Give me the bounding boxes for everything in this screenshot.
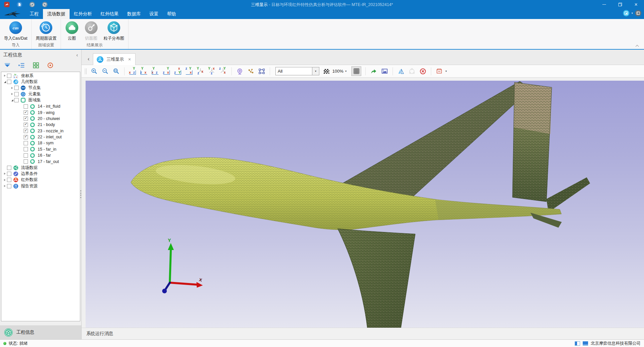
style-picker-caret-icon[interactable]: ▼ bbox=[631, 12, 633, 14]
tree-item-far_in[interactable]: 15 - far_in bbox=[1, 146, 80, 152]
tree-expand-arrow-icon[interactable] bbox=[10, 93, 14, 95]
tree-expand-arrow-icon[interactable] bbox=[3, 185, 7, 187]
menu-item-project[interactable]: 工程 bbox=[25, 9, 43, 19]
toolbar-drag-handle[interactable] bbox=[85, 68, 87, 74]
tree-expand-arrow-icon[interactable] bbox=[3, 75, 7, 77]
combo-dropdown-icon[interactable]: ▼ bbox=[312, 67, 319, 75]
tree-checkbox-sym[interactable] bbox=[24, 141, 28, 145]
style-picker-icon[interactable] bbox=[623, 10, 629, 16]
tree-checkbox-geometry-data[interactable] bbox=[7, 80, 11, 84]
ribbon-collapse-icon[interactable] bbox=[635, 44, 639, 48]
particles-icon[interactable] bbox=[247, 67, 255, 75]
menu-item-flow-data[interactable]: 流场数据 bbox=[43, 9, 70, 19]
zoom-window-icon[interactable] bbox=[112, 67, 120, 75]
view-right-icon[interactable]: Yzx bbox=[162, 67, 171, 75]
tree-checkbox-node-set[interactable] bbox=[14, 86, 19, 90]
minimize-button[interactable] bbox=[596, 0, 612, 9]
tree-expand-arrow-icon[interactable] bbox=[3, 173, 7, 175]
tree-expand-arrow-icon[interactable] bbox=[3, 179, 7, 181]
tree-checkbox-wing[interactable] bbox=[24, 110, 28, 115]
ribbon-button-cloud-map[interactable]: 云图 bbox=[63, 20, 81, 41]
tree-checkbox-body[interactable] bbox=[24, 123, 28, 127]
tab-close-icon[interactable]: × bbox=[128, 57, 131, 62]
menu-item-help[interactable]: 帮助 bbox=[163, 9, 180, 19]
select-box-icon[interactable] bbox=[258, 67, 266, 75]
grid-green-icon[interactable] bbox=[33, 62, 39, 69]
tree-expand-arrow-icon[interactable] bbox=[10, 99, 14, 101]
filter-icon[interactable] bbox=[4, 62, 11, 69]
export-arrow-icon[interactable] bbox=[370, 67, 378, 75]
panel-splitter-handle[interactable] bbox=[80, 190, 81, 198]
tree-item-ir-data[interactable]: 红外数据 bbox=[1, 177, 80, 183]
restore-button[interactable] bbox=[612, 0, 628, 9]
tree-item-node-set[interactable]: 节点集 bbox=[1, 85, 80, 91]
display-filter-select[interactable]: All▼ bbox=[275, 67, 319, 75]
tree-item-geometry-data[interactable]: 几何数据 bbox=[1, 79, 80, 85]
target-icon[interactable] bbox=[47, 62, 54, 69]
tree-checkbox-int_fluid[interactable] bbox=[24, 104, 28, 109]
layout-split-icon[interactable] bbox=[575, 341, 580, 346]
tree-item-element-set[interactable]: 元素集 bbox=[1, 91, 80, 97]
view-back-icon[interactable]: Yzx bbox=[140, 67, 148, 75]
viewport-3d[interactable]: Y X bbox=[86, 81, 644, 328]
tree-checkbox-far[interactable] bbox=[24, 153, 28, 158]
tree-item-int_fluid[interactable]: 14 - int_fluid bbox=[1, 103, 80, 109]
view-left-icon[interactable]: Yxz bbox=[151, 67, 160, 75]
layout-panel-icon[interactable] bbox=[583, 341, 588, 346]
menu-item-database[interactable]: 数据库 bbox=[123, 9, 145, 19]
zoom-level-select[interactable]: 100%▼ bbox=[332, 69, 347, 74]
tree-checkbox-face-set[interactable] bbox=[14, 98, 19, 102]
tree-checkbox-flow-field-data[interactable] bbox=[7, 166, 11, 170]
redo-icon[interactable] bbox=[42, 2, 48, 7]
panel-collapse-icon[interactable]: ‹ bbox=[76, 53, 78, 57]
undo-icon[interactable] bbox=[29, 2, 35, 7]
zoom-out-icon[interactable] bbox=[101, 67, 109, 75]
zoom-in-icon[interactable] bbox=[90, 67, 98, 75]
tree-item-sym[interactable]: 18 - sym bbox=[1, 140, 80, 146]
view-front-icon[interactable]: Yxz bbox=[129, 67, 137, 75]
close-button[interactable]: × bbox=[628, 0, 644, 9]
view-bottom-icon[interactable]: zYx bbox=[185, 67, 193, 75]
tree-item-flow-field-data[interactable]: 流场数据 bbox=[1, 165, 80, 171]
ribbon-button-particle-distribution[interactable]: 粒子分布图 bbox=[101, 20, 127, 41]
tree-checkbox-ir-data[interactable] bbox=[7, 178, 11, 182]
tree-checkbox-nozzle_in[interactable] bbox=[24, 129, 28, 133]
tree-checkbox-element-set[interactable] bbox=[14, 92, 19, 96]
ribbon-button-slice-map[interactable]: 切面图 bbox=[82, 20, 101, 41]
view-iso-front-icon[interactable]: Yxz bbox=[196, 67, 205, 75]
tree-item-chuiwei[interactable]: 20 - chuiwei bbox=[1, 116, 80, 122]
tree-checkbox-inlet_out[interactable] bbox=[24, 135, 28, 139]
tree-item-face-set[interactable]: 面域集 bbox=[1, 97, 80, 103]
delete-icon[interactable] bbox=[419, 67, 427, 75]
new-doc-icon[interactable] bbox=[17, 2, 22, 7]
tree-item-body[interactable]: 21 - body bbox=[1, 122, 80, 128]
tree-item-far[interactable]: 16 - far bbox=[1, 152, 80, 158]
camera-icon[interactable] bbox=[236, 67, 244, 75]
view-iso-back-icon[interactable]: Yxz bbox=[208, 67, 216, 75]
tree-checkbox-far_in[interactable] bbox=[24, 147, 28, 151]
mirror-icon[interactable] bbox=[397, 67, 405, 75]
export-box-icon[interactable]: ▼ bbox=[435, 67, 447, 75]
tree-checkbox-boundary-conditions[interactable] bbox=[7, 172, 11, 176]
layout-picker-icon[interactable] bbox=[635, 10, 641, 16]
tree-checkbox-report-resources[interactable] bbox=[7, 184, 11, 188]
tree-item-far_out[interactable]: 17 - far_out bbox=[1, 158, 80, 164]
tree-item-boundary-conditions[interactable]: 边界条件 bbox=[1, 171, 80, 177]
project-info-footer-button[interactable]: 工程信息 bbox=[0, 325, 81, 339]
tree-item-coordinate-system[interactable]: zxy坐标系 bbox=[1, 73, 80, 79]
menu-item-settings[interactable]: 设置 bbox=[145, 9, 163, 19]
opacity-checker-icon[interactable] bbox=[324, 69, 329, 74]
app-logo-icon[interactable] bbox=[4, 2, 10, 7]
tree-checkbox-chuiwei[interactable] bbox=[24, 116, 28, 121]
view-top-icon[interactable]: xzY bbox=[174, 67, 182, 75]
ribbon-button-period-face-setup[interactable]: 周期面设置 bbox=[33, 20, 59, 41]
view-iso-top-icon[interactable]: zYx bbox=[219, 67, 227, 75]
tree-item-inlet_out[interactable]: 22 - inlet_out bbox=[1, 134, 80, 140]
list-icon[interactable] bbox=[18, 62, 25, 69]
menu-item-ir-analysis[interactable]: 红外分析 bbox=[70, 9, 96, 19]
ribbon-button-import-cas-dat[interactable]: cas导入Cas/Dat bbox=[2, 20, 30, 41]
grid-toggle-button[interactable] bbox=[351, 66, 361, 76]
tree-expand-arrow-icon[interactable] bbox=[10, 87, 14, 89]
snapshot-icon[interactable] bbox=[381, 67, 389, 75]
tree-checkbox-far_out[interactable] bbox=[24, 159, 28, 164]
